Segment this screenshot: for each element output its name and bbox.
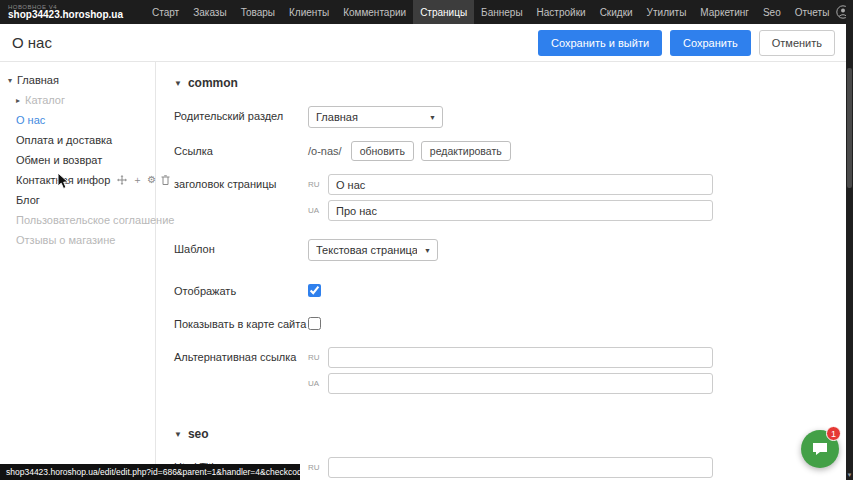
top-menu-seo[interactable]: Seo [756, 0, 788, 24]
link-status-bar: shop34423.horoshop.ua/edit/edit.php?id=6… [0, 464, 300, 480]
top-menu-start[interactable]: Старт [145, 0, 186, 24]
field-template: Шаблон Текстовая страница ▼ [174, 239, 853, 261]
chevron-down-icon: ▼ [174, 79, 182, 88]
top-menu-marketing[interactable]: Маркетинг [693, 0, 756, 24]
chevron-right-icon[interactable]: ▸ [16, 96, 25, 105]
field-label: Отображать [174, 281, 308, 301]
add-icon[interactable]: ＋ [132, 175, 142, 185]
brand[interactable]: НОВОВНОЕ V4 shop34423.horoshop.ua [8, 0, 123, 24]
alt-link-ua-input[interactable] [328, 373, 713, 394]
vertical-scrollbar[interactable]: ▼ [846, 0, 853, 480]
chat-unread-badge: 1 [826, 426, 841, 441]
field-label: Показывать в карте сайта [174, 314, 308, 334]
tree-item-label: Оплата и доставка [16, 134, 112, 146]
section-seo-label: seo [188, 427, 209, 441]
tree-item-contact-info[interactable]: Контактная инфор ＋ ⚙ [0, 170, 155, 190]
field-label: Ссылка [174, 141, 308, 161]
alt-link-ru-input[interactable] [328, 347, 713, 368]
field-label: Альтернативная ссылка [174, 347, 308, 399]
top-navbar: НОВОВНОЕ V4 shop34423.horoshop.ua Старт … [0, 0, 853, 24]
top-menu-utilities[interactable]: Утилиты [640, 0, 694, 24]
field-link: Ссылка /o-nas/ обновить редактировать [174, 141, 853, 161]
page-title: О нас [12, 34, 52, 51]
field-label: Шаблон [174, 239, 308, 261]
top-menu-clients[interactable]: Клиенты [282, 0, 336, 24]
scrollbar-down-arrow[interactable]: ▼ [846, 472, 853, 478]
top-menu-orders[interactable]: Заказы [186, 0, 233, 24]
tree-item-store-reviews[interactable]: Отзывы о магазине [0, 230, 155, 250]
tree-item-label: Пользовательское соглашение [16, 214, 174, 226]
section-common[interactable]: ▼ common [174, 76, 853, 90]
chevron-down-icon[interactable]: ▾ [8, 76, 17, 85]
top-menu-products[interactable]: Товары [234, 0, 282, 24]
brand-domain: shop34423.horoshop.ua [8, 10, 123, 21]
field-page-title: заголовок страницы RU UA [174, 174, 853, 226]
page-header: О нас Сохранить и выйти Сохранить Отмени… [0, 24, 853, 62]
tree-item-exchange-return[interactable]: Обмен и возврат [0, 150, 155, 170]
top-menu: Старт Заказы Товары Клиенты Комментарии … [145, 0, 836, 24]
tree-item-user-agreement[interactable]: Пользовательское соглашение [0, 210, 155, 230]
sitemap-checkbox[interactable] [308, 317, 321, 330]
chevron-down-icon: ▼ [174, 430, 182, 439]
top-menu-comments[interactable]: Комментарии [336, 0, 413, 24]
tree-item-blog[interactable]: Блог [0, 190, 155, 210]
field-label: Родительский раздел [174, 106, 308, 128]
chat-widget-button[interactable]: 1 [801, 430, 839, 468]
cancel-button[interactable]: Отменить [759, 30, 835, 56]
section-common-label: common [188, 76, 238, 90]
link-refresh-button[interactable]: обновить [351, 141, 414, 161]
tree-item-label: Обмен и возврат [16, 154, 102, 166]
tree-item-label: Блог [16, 194, 40, 206]
app-window: НОВОВНОЕ V4 shop34423.horoshop.ua Старт … [0, 0, 853, 480]
scrollbar-thumb[interactable] [847, 68, 852, 188]
lang-label-ru: RU [308, 353, 323, 362]
tree-item-label: Контактная инфор [16, 174, 110, 186]
tree-item-label: Каталог [25, 94, 65, 106]
tree-item-catalog[interactable]: ▸ Каталог [0, 90, 155, 110]
page-edit-form: ▼ common Родительский раздел Главная ▼ С… [156, 62, 853, 479]
lang-label-ru: RU [308, 180, 323, 189]
header-buttons: Сохранить и выйти Сохранить Отменить [538, 30, 835, 56]
field-sitemap: Показывать в карте сайта [174, 314, 853, 334]
top-menu-reports[interactable]: Отчеты [788, 0, 837, 24]
field-label: заголовок страницы [174, 174, 308, 226]
lang-label-ua: UA [308, 206, 323, 215]
field-parent-section: Родительский раздел Главная ▼ [174, 106, 853, 128]
tree-item-payment-delivery[interactable]: Оплата и доставка [0, 130, 155, 150]
link-edit-button[interactable]: редактировать [421, 141, 511, 161]
parent-section-select[interactable]: Главная [308, 106, 443, 128]
page-title-ru-input[interactable] [328, 174, 713, 195]
workspace: ▾ Главная ▸ Каталог О нас Оплата и доста… [0, 62, 853, 479]
field-display: Отображать [174, 281, 853, 301]
html-title-ru-input[interactable] [328, 457, 713, 478]
top-menu-pages[interactable]: Страницы [413, 0, 474, 24]
gear-icon[interactable]: ⚙ [147, 175, 156, 185]
link-path-value: /o-nas/ [308, 145, 342, 157]
tree-item-label: О нас [16, 114, 45, 126]
top-menu-settings[interactable]: Настройки [530, 0, 593, 24]
tree-item-about[interactable]: О нас [0, 110, 155, 130]
lang-label-ru: RU [308, 463, 323, 472]
tree-item-home[interactable]: ▾ Главная [0, 70, 155, 90]
top-menu-discounts[interactable]: Скидки [593, 0, 640, 24]
page-title-ua-input[interactable] [328, 200, 713, 221]
save-button[interactable]: Сохранить [670, 30, 751, 56]
display-checkbox[interactable] [308, 284, 321, 297]
template-select[interactable]: Текстовая страница [308, 239, 438, 261]
lang-label-ua: UA [308, 379, 323, 388]
save-and-exit-button[interactable]: Сохранить и выйти [538, 30, 662, 56]
section-seo[interactable]: ▼ seo [174, 427, 853, 441]
field-alt-link: Альтернативная ссылка RU UA [174, 347, 853, 399]
tree-item-label: Отзывы о магазине [16, 234, 115, 246]
top-menu-banners[interactable]: Баннеры [474, 0, 529, 24]
chat-icon [811, 440, 829, 458]
pages-tree-sidebar: ▾ Главная ▸ Каталог О нас Оплата и доста… [0, 62, 156, 479]
move-icon[interactable] [117, 175, 127, 185]
tree-item-label: Главная [17, 74, 59, 86]
